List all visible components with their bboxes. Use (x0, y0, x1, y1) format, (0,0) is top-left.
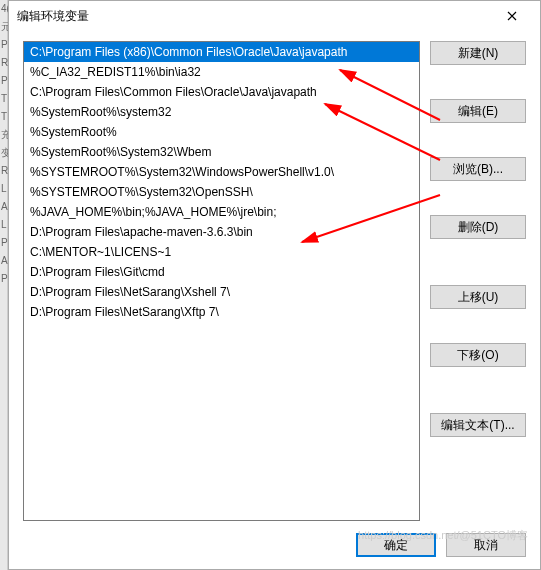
edit-env-dialog: 编辑环境变量 C:\Program Files (x86)\Common Fil… (8, 0, 541, 570)
path-entry[interactable]: %SYSTEMROOT%\System32\OpenSSH\ (24, 182, 419, 202)
path-entry[interactable]: %SYSTEMROOT%\System32\WindowsPowerShell\… (24, 162, 419, 182)
path-listbox[interactable]: C:\Program Files (x86)\Common Files\Orac… (23, 41, 420, 521)
titlebar: 编辑环境变量 (9, 1, 540, 31)
dialog-title: 编辑环境变量 (17, 8, 492, 25)
dialog-footer: 确定 取消 (9, 521, 540, 569)
path-entry[interactable]: C:\Program Files\Common Files\Oracle\Jav… (24, 82, 419, 102)
path-entry[interactable]: %SystemRoot% (24, 122, 419, 142)
path-entry[interactable]: %JAVA_HOME%\bin;%JAVA_HOME%\jre\bin; (24, 202, 419, 222)
path-entry[interactable]: C:\Program Files (x86)\Common Files\Orac… (24, 42, 419, 62)
path-entry[interactable]: D:\Program Files\NetSarang\Xshell 7\ (24, 282, 419, 302)
delete-button[interactable]: 删除(D) (430, 215, 526, 239)
path-entry[interactable]: %SystemRoot%\system32 (24, 102, 419, 122)
dialog-content: C:\Program Files (x86)\Common Files\Orac… (9, 31, 540, 521)
browse-button[interactable]: 浏览(B)... (430, 157, 526, 181)
close-button[interactable] (492, 2, 532, 30)
path-entry[interactable]: D:\Program Files\Git\cmd (24, 262, 419, 282)
path-entry[interactable]: %SystemRoot%\System32\Wbem (24, 142, 419, 162)
close-icon (507, 11, 517, 21)
path-entry[interactable]: %C_IA32_REDIST11%\bin\ia32 (24, 62, 419, 82)
background-strip: 4(元PRPaTT充变RLALPaAPa (0, 0, 8, 570)
ok-button[interactable]: 确定 (356, 533, 436, 557)
path-entry[interactable]: D:\Program Files\apache-maven-3.6.3\bin (24, 222, 419, 242)
edit-text-button[interactable]: 编辑文本(T)... (430, 413, 526, 437)
path-entry[interactable]: D:\Program Files\NetSarang\Xftp 7\ (24, 302, 419, 322)
side-button-column: 新建(N) 编辑(E) 浏览(B)... 删除(D) 上移(U) 下移(O) 编… (430, 41, 526, 521)
new-button[interactable]: 新建(N) (430, 41, 526, 65)
move-down-button[interactable]: 下移(O) (430, 343, 526, 367)
cancel-button[interactable]: 取消 (446, 533, 526, 557)
path-entry[interactable]: C:\MENTOR~1\LICENS~1 (24, 242, 419, 262)
edit-button[interactable]: 编辑(E) (430, 99, 526, 123)
move-up-button[interactable]: 上移(U) (430, 285, 526, 309)
